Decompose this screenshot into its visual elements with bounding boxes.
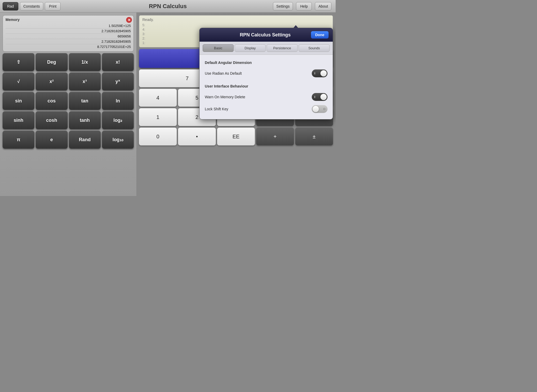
stack-label-5: 5: (142, 23, 145, 27)
radian-toggle-knob (320, 70, 327, 77)
num-row-0: 0 • EE + ± (139, 128, 333, 145)
stack-label-1: 1: (142, 41, 145, 45)
radian-toggle-label: I (314, 72, 315, 75)
plusminus-button[interactable]: ± (295, 128, 333, 145)
stack-row-5: 5: (142, 23, 330, 27)
radian-label: Use Radian As Default (205, 71, 242, 75)
stack-label-4: 4: (142, 28, 145, 31)
app-title: RPN Calculus (149, 3, 187, 10)
settings-header: RPN Calculus Settings Done (200, 28, 333, 42)
stack-label-3: 3: (142, 32, 145, 36)
calc-row-3: sin cos tan ln (3, 92, 134, 110)
settings-section-2: User Interface Behaviour (205, 84, 327, 88)
calc-row-1: ⇧ Deg 1/x x! (3, 53, 134, 71)
settings-tabs: Basic Display Persistence Sounds (200, 42, 333, 55)
square-button[interactable]: x² (36, 73, 67, 90)
ee-button[interactable]: EE (217, 128, 255, 145)
memory-row: 2.71828182845905 (6, 39, 131, 44)
done-button[interactable]: Done (311, 31, 329, 39)
lockshift-toggle[interactable]: O (312, 105, 327, 113)
memory-title: Memory (6, 18, 131, 22)
top-right-buttons: Settings Help About (273, 2, 333, 10)
rand-button[interactable]: Rand (69, 131, 101, 149)
settings-tab-sounds[interactable]: Sounds (299, 44, 330, 52)
sqrt-button[interactable]: √ (3, 73, 34, 90)
calc-row-2: √ x² x³ yˣ (3, 73, 134, 90)
settings-tab-basic[interactable]: Basic (203, 44, 234, 52)
memory-row: 1.50259E+125 (6, 23, 131, 29)
stack-status: Ready. (142, 18, 330, 22)
memory-warn-toggle-knob (320, 94, 327, 100)
reciprocal-button[interactable]: 1/x (69, 53, 101, 71)
tan-button[interactable]: tan (69, 92, 101, 110)
num-4-button[interactable]: 4 (139, 89, 177, 107)
radian-toggle[interactable]: I (312, 69, 327, 77)
sin-button[interactable]: sin (3, 92, 34, 110)
settings-title: RPN Calculus Settings (219, 32, 311, 38)
print-button[interactable]: Print (45, 2, 61, 10)
num-0-button[interactable]: 0 (139, 128, 177, 145)
lockshift-toggle-label: O (323, 107, 325, 111)
num-1-button[interactable]: 1 (139, 108, 177, 126)
cosh-button[interactable]: cosh (36, 111, 67, 129)
pi-button[interactable]: π (3, 131, 34, 149)
calc-panel: Memory ✕ 1.50259E+125 2.71828182845905 6… (0, 13, 136, 196)
factorial-button[interactable]: x! (102, 53, 134, 71)
decimal-button[interactable]: • (178, 128, 216, 145)
yx-button[interactable]: yˣ (102, 73, 134, 90)
memory-close-button[interactable]: ✕ (126, 17, 132, 23)
settings-tab-persistence[interactable]: Persistence (267, 44, 298, 52)
rad-button[interactable]: Rad (3, 2, 18, 10)
memory-box: Memory ✕ 1.50259E+125 2.71828182845905 6… (3, 15, 134, 52)
settings-content: Default Angular Dimension Use Radian As … (200, 55, 333, 119)
top-bar: Rad Constants Print RPN Calculus Setting… (0, 0, 336, 13)
main-area: Memory ✕ 1.50259E+125 2.71828182845905 6… (0, 13, 336, 196)
calc-row-5: π e Rand log₁₀ (3, 131, 134, 149)
log2-button[interactable]: log₂ (102, 111, 134, 129)
about-button[interactable]: About (315, 2, 331, 10)
help-button[interactable]: Help (296, 2, 312, 10)
cube-button[interactable]: x³ (69, 73, 101, 90)
settings-section-1: Default Angular Dimension (205, 61, 327, 65)
memory-row: 2.71828182845905 (6, 29, 131, 34)
settings-tab-display[interactable]: Display (235, 44, 266, 52)
constants-button[interactable]: Constants (20, 2, 43, 10)
calc-row-4: sinh cosh tanh log₂ (3, 111, 134, 129)
lockshift-label: Lock Shift Key (205, 107, 228, 111)
lockshift-toggle-knob (313, 106, 319, 112)
memory-warn-label: Warn On Memory Delete (205, 95, 245, 99)
plus-button[interactable]: + (256, 128, 294, 145)
shift-button[interactable]: ⇧ (3, 53, 34, 71)
stack-label-2: 2: (142, 36, 145, 40)
settings-row-radian: Use Radian As Default I (205, 67, 327, 79)
sinh-button[interactable]: sinh (3, 111, 34, 129)
e-button[interactable]: e (36, 131, 67, 149)
tanh-button[interactable]: tanh (69, 111, 101, 129)
memory-row: 8.727177052101E+25 (6, 44, 131, 49)
settings-row-memory: Warn On Memory Delete I (205, 91, 327, 103)
deg-button[interactable]: Deg (36, 53, 67, 71)
cos-button[interactable]: cos (36, 92, 67, 110)
settings-button[interactable]: Settings (273, 2, 293, 10)
log10-button[interactable]: log₁₀ (102, 131, 134, 149)
memory-warn-toggle-label: I (314, 95, 315, 99)
ln-button[interactable]: ln (102, 92, 134, 110)
memory-row: 6656656 (6, 34, 131, 39)
settings-popup: RPN Calculus Settings Done Basic Display… (199, 28, 333, 119)
settings-row-lockshift: Lock Shift Key O (205, 103, 327, 115)
memory-warn-toggle[interactable]: I (312, 93, 327, 101)
